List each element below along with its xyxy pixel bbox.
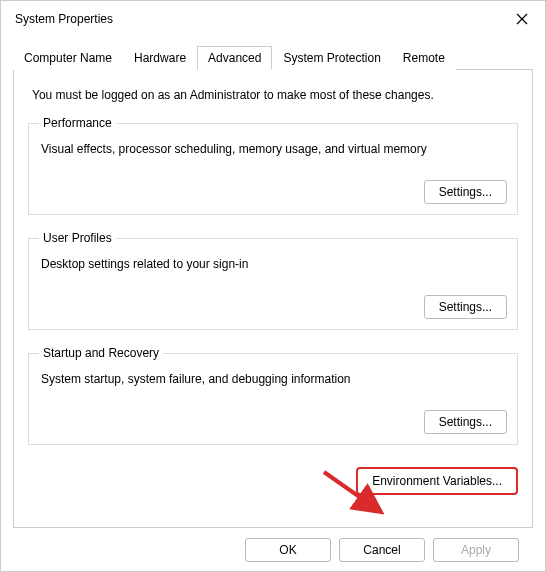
close-icon [516, 13, 528, 25]
environment-variables-button[interactable]: Environment Variables... [356, 467, 518, 495]
group-performance-legend: Performance [39, 116, 116, 130]
apply-button[interactable]: Apply [433, 538, 519, 562]
tab-content-advanced: You must be logged on as an Administrato… [13, 70, 533, 528]
group-user-profiles: User Profiles Desktop settings related t… [28, 231, 518, 330]
admin-notice: You must be logged on as an Administrato… [32, 88, 518, 102]
titlebar: System Properties [1, 1, 545, 35]
cancel-button[interactable]: Cancel [339, 538, 425, 562]
startup-recovery-settings-button[interactable]: Settings... [424, 410, 507, 434]
close-button[interactable] [509, 6, 535, 32]
group-startup-recovery-desc: System startup, system failure, and debu… [41, 372, 507, 386]
tab-computer-name[interactable]: Computer Name [13, 46, 123, 70]
performance-settings-button[interactable]: Settings... [424, 180, 507, 204]
group-performance: Performance Visual effects, processor sc… [28, 116, 518, 215]
tab-system-protection[interactable]: System Protection [272, 46, 391, 70]
dialog-body: Computer Name Hardware Advanced System P… [1, 45, 545, 562]
tab-remote[interactable]: Remote [392, 46, 456, 70]
ok-button[interactable]: OK [245, 538, 331, 562]
user-profiles-settings-button[interactable]: Settings... [424, 295, 507, 319]
window-title: System Properties [15, 12, 113, 26]
tab-advanced[interactable]: Advanced [197, 46, 272, 70]
tab-hardware[interactable]: Hardware [123, 46, 197, 70]
tab-strip: Computer Name Hardware Advanced System P… [13, 45, 533, 70]
dialog-footer: OK Cancel Apply [13, 528, 533, 562]
group-performance-desc: Visual effects, processor scheduling, me… [41, 142, 507, 156]
group-startup-recovery-legend: Startup and Recovery [39, 346, 163, 360]
group-user-profiles-desc: Desktop settings related to your sign-in [41, 257, 507, 271]
group-user-profiles-legend: User Profiles [39, 231, 116, 245]
group-startup-recovery: Startup and Recovery System startup, sys… [28, 346, 518, 445]
